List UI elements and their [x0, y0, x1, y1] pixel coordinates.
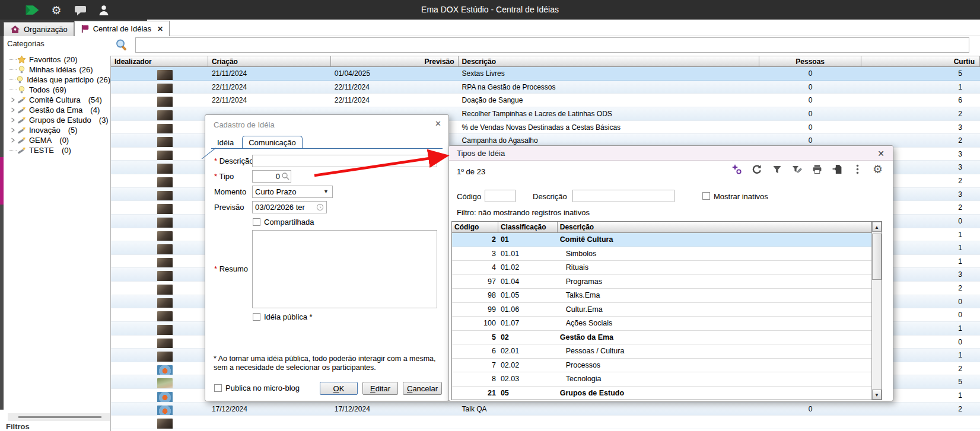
tree-ideias-que-participo[interactable]: Idéias que participo(26) — [9, 75, 110, 85]
resumo-textarea[interactable] — [252, 230, 437, 308]
filtros-section-label[interactable]: Filtros — [6, 422, 30, 431]
idealizador-cell — [111, 188, 208, 201]
tipos-row[interactable]: 401.02Rituais — [452, 261, 871, 275]
tipos-close-icon[interactable]: ✕ — [877, 149, 884, 158]
previsao-cell: 22/11/2024 — [331, 94, 459, 107]
tipos-row[interactable]: 9901.06Cultur.Ema — [452, 303, 871, 317]
expand-chevron-icon[interactable] — [9, 117, 17, 123]
expand-chevron-icon[interactable] — [9, 107, 17, 113]
print-icon[interactable] — [812, 164, 823, 175]
idealizador-cell — [111, 81, 208, 94]
sidebar-splitter[interactable] — [8, 413, 110, 421]
settings-gear-icon[interactable]: ⚙ — [872, 164, 883, 175]
pessoas-cell: 0 — [759, 107, 861, 120]
avatar — [157, 271, 173, 281]
tipos-row[interactable]: 2105Grupos de Estudo — [452, 387, 871, 401]
tree-gema[interactable]: GEMA(0) — [9, 135, 110, 145]
tipos-column-header-cod[interactable]: Código — [452, 222, 498, 233]
avatar — [157, 365, 173, 375]
column-header-curt[interactable]: Curtiu — [861, 56, 980, 67]
clock-icon[interactable] — [316, 203, 324, 211]
mostrar-inativos-checkbox[interactable] — [702, 192, 710, 200]
publica-microblog-checkbox[interactable] — [214, 384, 222, 392]
bulb-icon — [15, 75, 24, 84]
tree-favoritos[interactable]: Favoritos(20) — [9, 55, 110, 65]
search-icon — [114, 38, 129, 52]
refresh-icon[interactable] — [751, 164, 762, 175]
tree-minhas-ideias[interactable]: Minhas idéias(26) — [9, 65, 110, 75]
tab-central-de-ideias[interactable]: Central de Idéias✕ — [74, 21, 170, 36]
scroll-down-icon[interactable]: ▼ — [872, 390, 882, 400]
idealizador-cell — [111, 389, 208, 402]
more-kebab-icon[interactable] — [852, 164, 863, 175]
tipos-row[interactable]: 502Gestão da Ema — [452, 331, 871, 345]
tab-organizacao[interactable]: Organização — [4, 22, 74, 36]
flag-icon — [81, 24, 90, 33]
scrollbar-thumb[interactable] — [872, 234, 882, 280]
cadastro-close-icon[interactable]: ✕ — [435, 119, 441, 128]
tipos-grid-scrollbar[interactable]: ▲ ▼ — [871, 222, 882, 400]
tree-grupos-de-estudo[interactable]: Grupos de Estudo(3) — [9, 115, 110, 125]
ok-button[interactable]: OK — [320, 382, 358, 395]
tipos-row[interactable]: 301.01Simbolos — [452, 247, 871, 261]
export-doc-icon[interactable] — [832, 164, 843, 175]
tipos-row[interactable]: 201Comitê Cultura — [452, 233, 871, 247]
tipos-column-header-des[interactable]: Descrição — [558, 222, 871, 233]
column-header-desc[interactable]: Descrição — [459, 56, 760, 67]
filter-icon[interactable] — [771, 164, 782, 175]
tipos-column-header-cla[interactable]: Classificação — [498, 222, 558, 233]
tipos-row[interactable]: 9701.04Programas — [452, 275, 871, 289]
expand-chevron-icon[interactable] — [9, 138, 17, 143]
tipos-row[interactable]: 10001.07Ações Sociais — [452, 317, 871, 331]
cadastro-tab-ideia[interactable]: Idéia — [211, 136, 240, 148]
descricao-filter-input[interactable] — [572, 190, 674, 202]
tree-todos[interactable]: Todos(69) — [9, 85, 110, 95]
tipos-row[interactable]: 802.03Tecnologia — [452, 372, 871, 387]
tipos-codigo-cell: 2 — [452, 233, 498, 247]
filter-edit-icon[interactable] — [791, 164, 803, 175]
tree-teste[interactable]: TESTE(0) — [9, 145, 110, 155]
cancelar-button[interactable]: Cancelar — [403, 382, 442, 395]
tree-item-count: (4) — [90, 106, 100, 114]
table-row[interactable]: 22/11/202422/11/2024Doação de Sangue06 — [111, 94, 980, 107]
table-row[interactable]: 22/11/202422/11/2024RPA na Gestão de Pro… — [111, 81, 980, 94]
table-row[interactable]: 21/11/202401/04/2025Sextas Livres05 — [111, 67, 980, 81]
search-input[interactable] — [135, 37, 969, 53]
tipo-lookup-icon[interactable] — [281, 172, 289, 180]
avatar — [157, 298, 173, 308]
column-header-pess[interactable]: Pessoas — [759, 56, 861, 67]
tipos-grid-body: 201Comitê Cultura301.01Simbolos401.02Rit… — [452, 233, 871, 400]
tipos-codigo-cell: 3 — [452, 247, 498, 261]
table-row[interactable] — [111, 416, 980, 429]
descricao-input[interactable] — [252, 155, 437, 167]
cadastro-tab-comunicacao[interactable]: Comunicação — [242, 136, 303, 148]
tipos-row[interactable]: 602.01Pessoas / Cultura — [452, 344, 871, 359]
tab-close-icon[interactable]: ✕ — [157, 25, 163, 33]
tipos-row[interactable]: 9801.05Talks.Ema — [452, 289, 871, 303]
wand-icon — [17, 116, 27, 124]
new-sparkle-icon[interactable] — [731, 164, 742, 175]
avatar — [157, 124, 173, 134]
tree-item-label: Todos — [29, 85, 50, 94]
momento-select[interactable]: Curto Prazo ▼ — [252, 186, 333, 198]
compartilhada-checkbox[interactable] — [253, 218, 260, 226]
expand-chevron-icon[interactable] — [9, 97, 17, 103]
tipos-row[interactable]: 702.02Processos — [452, 359, 871, 373]
previsao-input[interactable]: 03/02/2026 ter — [252, 201, 327, 213]
expand-chevron-icon[interactable] — [9, 127, 17, 133]
scroll-up-icon[interactable]: ▲ — [872, 222, 882, 232]
tree-gestao-da-ema[interactable]: Gestão da Ema(4) — [9, 105, 110, 115]
tipos-codigo-cell: 21 — [452, 387, 498, 400]
column-header-cria[interactable]: Criação — [208, 56, 331, 67]
tree-item-label: GEMA — [29, 136, 52, 145]
tree-comite-cultura[interactable]: Comitê Cultura(54) — [9, 95, 110, 105]
column-header-ideal[interactable]: Idealizador — [111, 56, 208, 67]
tipos-descricao-cell: Cultur.Ema — [558, 303, 871, 317]
editar-button[interactable]: Editar — [362, 382, 398, 395]
codigo-filter-input[interactable] — [485, 190, 516, 202]
table-row[interactable]: 17/12/202417/12/2024Talk QA02 — [111, 403, 980, 416]
ideia-publica-checkbox[interactable] — [253, 313, 260, 321]
tree-inovacao[interactable]: Inovação(5) — [9, 125, 110, 135]
column-header-prev[interactable]: Previsão — [331, 56, 459, 67]
tree-item-label: Inovação — [29, 126, 61, 135]
